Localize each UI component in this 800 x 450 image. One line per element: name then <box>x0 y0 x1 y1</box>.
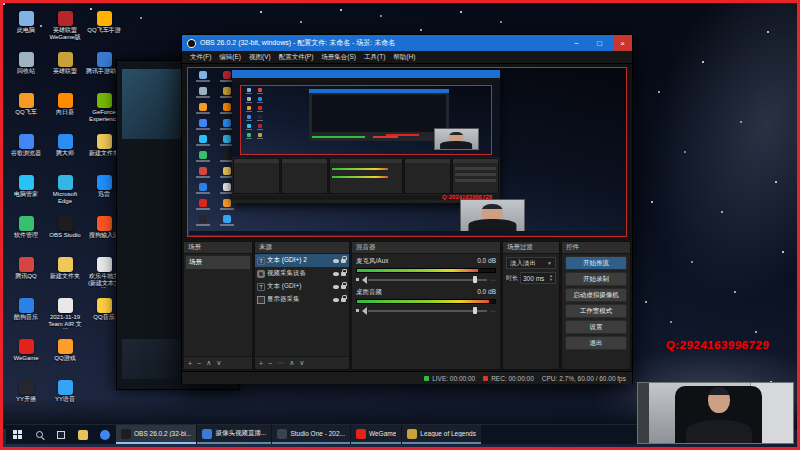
source-row[interactable]: T文本 (GDI+) <box>255 280 349 293</box>
menu-item[interactable]: 文件(F) <box>186 52 215 63</box>
pinned-browser[interactable] <box>94 425 116 444</box>
menu-item[interactable]: 场景集合(S) <box>317 52 360 63</box>
qq-speed-mobile-icon <box>97 11 112 26</box>
volume-slider[interactable]: ⋯ <box>356 275 496 284</box>
maximize-button[interactable]: □ <box>590 35 609 51</box>
captured-desktop: Q:2924163996729 <box>187 67 627 237</box>
control-button[interactable]: 开始录制 <box>565 272 627 286</box>
lock-icon[interactable] <box>341 259 346 263</box>
add-source-button[interactable]: + <box>259 360 263 367</box>
desktop-icon[interactable]: YY开播 <box>7 378 45 419</box>
pinned-file-explorer[interactable] <box>72 425 94 444</box>
nested-captured-desktop <box>240 85 492 155</box>
text-file-icon <box>97 257 112 272</box>
desktop-icon[interactable]: 向日葵 <box>46 91 84 132</box>
desktop-icon[interactable]: QQ飞车手游 <box>85 9 123 50</box>
desktop-icon[interactable]: 电脑管家 <box>7 173 45 214</box>
desktop-icon[interactable]: 腾讯QQ <box>7 255 45 296</box>
desktop-icon[interactable]: 新建文件夹 <box>46 255 84 296</box>
taskbar-app-label: 摄像头视频直播... <box>215 429 266 438</box>
source-down-button[interactable]: ∨ <box>299 359 304 367</box>
speaker-icon[interactable] <box>356 276 365 284</box>
desktop-icon[interactable]: 软件管理 <box>7 214 45 255</box>
control-button[interactable]: 退出 <box>565 336 627 350</box>
menu-item[interactable]: 编辑(E) <box>215 52 245 63</box>
desktop-icon[interactable]: 英雄联盟WeGame版 <box>46 9 84 50</box>
volume-slider[interactable]: ⋯ <box>356 306 496 315</box>
menu-item[interactable]: 工具(T) <box>360 52 389 63</box>
desktop-icon[interactable]: 此电脑 <box>7 9 45 50</box>
webcam-left-frame <box>638 383 649 443</box>
speaker-icon[interactable] <box>356 307 365 315</box>
control-button[interactable]: 设置 <box>565 320 627 334</box>
source-up-button[interactable]: ∧ <box>289 359 294 367</box>
screen: 此电脑回收站QQ飞车谷歌浏览器电脑管家软件管理腾讯QQ酷狗音乐WeGameYY开… <box>0 0 800 450</box>
desktop-icon[interactable]: 英雄联盟 <box>46 50 84 91</box>
desktop-icon[interactable]: 酷狗音乐 <box>7 296 45 337</box>
desktop-icon[interactable]: QQ飞车 <box>7 91 45 132</box>
nested-obs-titlebar-2 <box>309 89 449 93</box>
desktop-icon[interactable]: Microsoft Edge <box>46 173 84 214</box>
visibility-icon[interactable] <box>333 259 339 263</box>
desktop-icon[interactable]: 腾大师 <box>46 132 84 173</box>
taskbar-app[interactable]: Studio One - 202... <box>272 425 350 444</box>
taskbar-app[interactable]: OBS 26.0.2 (32-bi... <box>116 425 196 444</box>
control-button[interactable]: 启动虚拟摄像机 <box>565 288 627 302</box>
audio-meter <box>356 299 496 304</box>
mixer-channel-db: 0.0 dB <box>477 288 496 297</box>
sources-dock: 来源 T文本 (GDI+) 2视频采集设备T文本 (GDI+)显示器采集 + −… <box>254 241 350 370</box>
desktop-icon[interactable]: 谷歌浏览器 <box>7 132 45 173</box>
start-button[interactable] <box>6 425 28 444</box>
visibility-icon[interactable] <box>333 285 339 289</box>
close-button[interactable]: × <box>613 35 632 51</box>
transition-select[interactable]: 淡入淡出 ▼ <box>506 257 556 269</box>
source-row[interactable]: T文本 (GDI+) 2 <box>255 254 349 267</box>
slider-handle[interactable] <box>473 276 477 283</box>
task-view-button[interactable] <box>50 425 72 444</box>
lock-icon[interactable] <box>341 272 346 276</box>
channel-options-icon[interactable]: ⋯ <box>490 276 496 283</box>
control-button[interactable]: 工作室模式 <box>565 304 627 318</box>
visibility-icon[interactable] <box>333 272 339 276</box>
control-button[interactable]: 开始推流 <box>565 256 627 270</box>
desktop-icon[interactable]: OBS Studio <box>46 214 84 255</box>
taskbar-app[interactable]: League of Legends <box>402 425 481 444</box>
menu-item[interactable]: 帮助(H) <box>389 52 419 63</box>
lock-icon[interactable] <box>341 298 346 302</box>
source-row[interactable]: 视频采集设备 <box>255 267 349 280</box>
nested-controls-dock <box>452 158 499 194</box>
obs-preview[interactable]: Q:2924163996729 <box>182 64 632 240</box>
taskbar-app[interactable]: 摄像头视频直播... <box>197 425 271 444</box>
lock-icon[interactable] <box>341 285 346 289</box>
spinner-arrows-icon[interactable]: ▲▼ <box>549 274 553 283</box>
remove-scene-button[interactable]: − <box>197 360 201 367</box>
thunder-icon <box>97 175 112 190</box>
source-row[interactable]: 显示器采集 <box>255 293 349 306</box>
slider-handle[interactable] <box>473 307 477 314</box>
desktop-icon[interactable]: YY语音 <box>46 378 84 419</box>
desktop-icon-label: 回收站 <box>8 68 45 75</box>
slider-track[interactable] <box>368 279 487 281</box>
visibility-icon[interactable] <box>333 298 339 302</box>
minimize-button[interactable]: − <box>567 35 586 51</box>
menu-item[interactable]: 配置文件(P) <box>275 52 318 63</box>
duration-value: 300 ms <box>523 275 544 282</box>
scene-up-button[interactable]: ∧ <box>206 359 211 367</box>
captured-desktop-icon <box>215 215 239 231</box>
desktop-icon[interactable]: 回收站 <box>7 50 45 91</box>
desktop-icon[interactable]: 2021-11-19 Team AIR 文档 <box>46 296 84 337</box>
scene-down-button[interactable]: ∨ <box>216 359 221 367</box>
add-scene-button[interactable]: + <box>188 360 192 367</box>
slider-track[interactable] <box>368 310 487 312</box>
taskbar-app[interactable]: WeGame <box>351 425 401 444</box>
desktop-icon[interactable]: WeGame <box>7 337 45 378</box>
scene-item[interactable]: 场景 <box>186 256 250 269</box>
duration-spinner[interactable]: 300 ms ▲▼ <box>520 272 556 284</box>
obs-titlebar[interactable]: OBS 26.0.2 (32-bit, windows) - 配置文件: 未命名… <box>182 35 632 51</box>
menu-item[interactable]: 视图(V) <box>245 52 275 63</box>
source-properties-button[interactable]: ⋯ <box>277 359 284 367</box>
desktop-icon[interactable]: QQ游戏 <box>46 337 84 378</box>
search-button[interactable] <box>28 425 50 444</box>
channel-options-icon[interactable]: ⋯ <box>490 307 496 314</box>
remove-source-button[interactable]: − <box>268 360 272 367</box>
